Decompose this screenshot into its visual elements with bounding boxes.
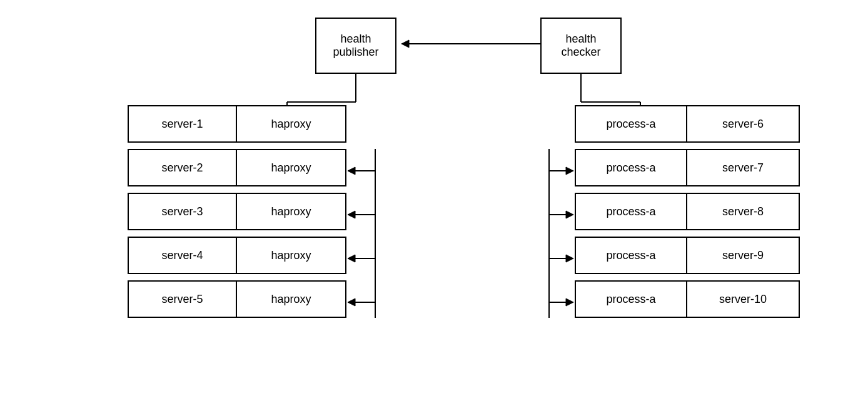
left-row-2-col1: server-2 bbox=[129, 150, 237, 185]
svg-marker-16 bbox=[348, 255, 355, 262]
right-row-5-col2: server-10 bbox=[687, 282, 799, 317]
health-publisher-label: health publisher bbox=[333, 33, 378, 59]
right-row-1: process-a server-6 bbox=[575, 105, 800, 143]
right-row-4: process-a server-9 bbox=[575, 237, 800, 274]
left-row-1-col1: server-1 bbox=[129, 106, 237, 141]
left-row-2: server-2 haproxy bbox=[128, 149, 346, 186]
diagram: health publisher health checker server-1… bbox=[28, 11, 840, 387]
left-row-1: server-1 haproxy bbox=[128, 105, 346, 143]
right-row-2: process-a server-7 bbox=[575, 149, 800, 186]
svg-marker-21 bbox=[566, 167, 573, 175]
right-row-3-col1: process-a bbox=[576, 194, 687, 229]
left-row-4: server-4 haproxy bbox=[128, 237, 346, 274]
right-row-4-col1: process-a bbox=[576, 238, 687, 273]
left-row-1-col2: haproxy bbox=[237, 106, 345, 141]
svg-marker-27 bbox=[566, 298, 573, 306]
health-checker-box: health checker bbox=[540, 18, 622, 74]
svg-marker-18 bbox=[348, 298, 355, 306]
left-row-3-col2: haproxy bbox=[237, 194, 345, 229]
left-row-3-col1: server-3 bbox=[129, 194, 237, 229]
right-row-4-col2: server-9 bbox=[687, 238, 799, 273]
left-row-4-col1: server-4 bbox=[129, 238, 237, 273]
svg-marker-25 bbox=[566, 255, 573, 262]
left-row-4-col2: haproxy bbox=[237, 238, 345, 273]
left-row-5-col1: server-5 bbox=[129, 282, 237, 317]
right-row-3-col2: server-8 bbox=[687, 194, 799, 229]
right-row-5: process-a server-10 bbox=[575, 280, 800, 318]
left-row-3: server-3 haproxy bbox=[128, 193, 346, 230]
left-row-5: server-5 haproxy bbox=[128, 280, 346, 318]
right-row-5-col1: process-a bbox=[576, 282, 687, 317]
left-row-2-col2: haproxy bbox=[237, 150, 345, 185]
right-row-3: process-a server-8 bbox=[575, 193, 800, 230]
left-row-5-col2: haproxy bbox=[237, 282, 345, 317]
right-row-1-col2: server-6 bbox=[687, 106, 799, 141]
health-checker-label: health checker bbox=[561, 33, 600, 59]
svg-marker-12 bbox=[348, 167, 355, 175]
right-row-1-col1: process-a bbox=[576, 106, 687, 141]
svg-marker-14 bbox=[348, 211, 355, 218]
right-row-2-col1: process-a bbox=[576, 150, 687, 185]
health-publisher-box: health publisher bbox=[315, 18, 396, 74]
svg-marker-1 bbox=[401, 40, 409, 48]
right-row-2-col2: server-7 bbox=[687, 150, 799, 185]
svg-marker-23 bbox=[566, 211, 573, 218]
